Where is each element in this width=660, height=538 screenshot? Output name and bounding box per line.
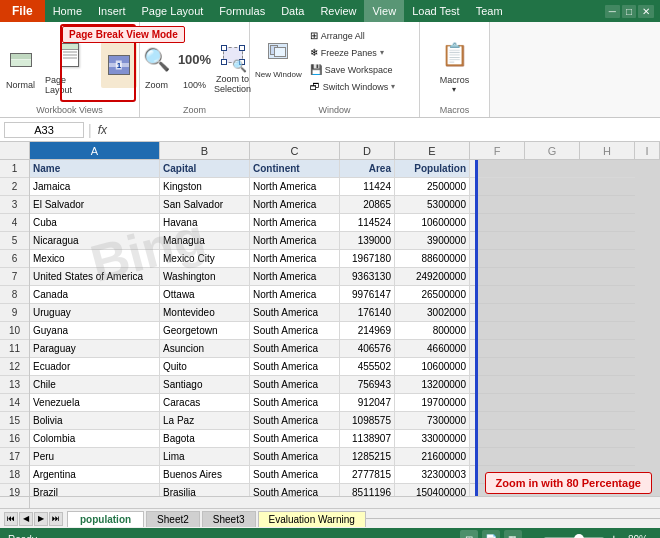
col-header-c[interactable]: C <box>250 142 340 159</box>
cell-e18[interactable]: 32300003 <box>395 466 470 484</box>
cell-a3[interactable]: El Salvador <box>30 196 160 214</box>
row-num-2[interactable]: 2 <box>0 178 29 196</box>
cell-a4[interactable]: Cuba <box>30 214 160 232</box>
switch-windows-dropdown[interactable]: ▾ <box>391 82 395 91</box>
cell-c3[interactable]: North America <box>250 196 340 214</box>
cell-e17[interactable]: 21600000 <box>395 448 470 466</box>
page-layout-status-btn[interactable]: 📄 <box>482 530 500 538</box>
arrange-all-button[interactable]: ⊞ Arrange All <box>307 28 417 43</box>
cell-d2[interactable]: 11424 <box>340 178 395 196</box>
cell-b15[interactable]: La Paz <box>160 412 250 430</box>
cell-c18[interactable]: South America <box>250 466 340 484</box>
cell-e4[interactable]: 10600000 <box>395 214 470 232</box>
sheet-tab-eval-warning[interactable]: Evaluation Warning <box>258 511 366 527</box>
cell-c16[interactable]: South America <box>250 430 340 448</box>
cell-c4[interactable]: North America <box>250 214 340 232</box>
name-box[interactable] <box>4 122 84 138</box>
sheet-nav-next[interactable]: ▶ <box>34 512 48 526</box>
col-header-g[interactable]: G <box>525 142 580 159</box>
cell-d16[interactable]: 1138907 <box>340 430 395 448</box>
cell-c9[interactable]: South America <box>250 304 340 322</box>
page-break-view-button[interactable]: 1 <box>101 42 137 88</box>
cell-b2[interactable]: Kingston <box>160 178 250 196</box>
menu-data[interactable]: Data <box>273 0 312 22</box>
sheet-tab-population[interactable]: population <box>67 511 144 527</box>
h-scrollbar[interactable] <box>0 496 660 508</box>
new-window-button[interactable]: New Window <box>252 28 305 83</box>
sheet-nav-first[interactable]: ⏮ <box>4 512 18 526</box>
sheet-nav-last[interactable]: ⏭ <box>49 512 63 526</box>
cell-c13[interactable]: South America <box>250 376 340 394</box>
formula-input[interactable] <box>113 124 656 136</box>
col-header-d[interactable]: D <box>340 142 395 159</box>
menu-view[interactable]: View <box>364 0 404 22</box>
cell-c19[interactable]: South America <box>250 484 340 496</box>
cell-b19[interactable]: Brasilia <box>160 484 250 496</box>
cell-b4[interactable]: Havana <box>160 214 250 232</box>
row-num-18[interactable]: 18 <box>0 466 29 484</box>
menu-formulas[interactable]: Formulas <box>211 0 273 22</box>
cell-d5[interactable]: 139000 <box>340 232 395 250</box>
cell-d3[interactable]: 20865 <box>340 196 395 214</box>
cell-a8[interactable]: Canada <box>30 286 160 304</box>
save-workspace-button[interactable]: 💾 Save Workspace <box>307 62 417 77</box>
cell-c11[interactable]: South America <box>250 340 340 358</box>
cell-c7[interactable]: North America <box>250 268 340 286</box>
zoom-plus-btn[interactable]: + <box>608 531 620 538</box>
cell-b6[interactable]: Mexico City <box>160 250 250 268</box>
col-header-i[interactable]: I <box>635 142 660 159</box>
cell-c2[interactable]: North America <box>250 178 340 196</box>
cell-b9[interactable]: Montevideo <box>160 304 250 322</box>
normal-view-status-btn[interactable]: ⊞ <box>460 530 478 538</box>
row-num-12[interactable]: 12 <box>0 358 29 376</box>
row-num-16[interactable]: 16 <box>0 430 29 448</box>
cell-c6[interactable]: North America <box>250 250 340 268</box>
cell-c5[interactable]: North America <box>250 232 340 250</box>
cell-e5[interactable]: 3900000 <box>395 232 470 250</box>
row-num-17[interactable]: 17 <box>0 448 29 466</box>
zoom-100-button[interactable]: 100% 100% <box>177 37 213 93</box>
cell-b17[interactable]: Lima <box>160 448 250 466</box>
cell-d10[interactable]: 214969 <box>340 322 395 340</box>
row-num-13[interactable]: 13 <box>0 376 29 394</box>
cell-c14[interactable]: South America <box>250 394 340 412</box>
cell-b3[interactable]: San Salvador <box>160 196 250 214</box>
cell-c8[interactable]: North America <box>250 286 340 304</box>
row-num-3[interactable]: 3 <box>0 196 29 214</box>
zoom-percentage[interactable]: 80% <box>624 534 652 539</box>
cell-a11[interactable]: Paraguay <box>30 340 160 358</box>
cell-c1[interactable]: Continent <box>250 160 340 178</box>
sheet-nav-prev[interactable]: ◀ <box>19 512 33 526</box>
row-num-11[interactable]: 11 <box>0 340 29 358</box>
cell-b5[interactable]: Managua <box>160 232 250 250</box>
col-header-f[interactable]: F <box>470 142 525 159</box>
row-num-10[interactable]: 10 <box>0 322 29 340</box>
cell-d19[interactable]: 8511196 <box>340 484 395 496</box>
cell-e15[interactable]: 7300000 <box>395 412 470 430</box>
menu-review[interactable]: Review <box>312 0 364 22</box>
row-num-8[interactable]: 8 <box>0 286 29 304</box>
freeze-panes-button[interactable]: ❄ Freeze Panes ▾ <box>307 45 417 60</box>
cell-a7[interactable]: United States of America <box>30 268 160 286</box>
cell-e7[interactable]: 249200000 <box>395 268 470 286</box>
cell-e12[interactable]: 10600000 <box>395 358 470 376</box>
cell-d4[interactable]: 114524 <box>340 214 395 232</box>
col-header-e[interactable]: E <box>395 142 470 159</box>
row-num-19[interactable]: 19 <box>0 484 29 496</box>
zoom-button[interactable]: 🔍 Zoom <box>139 37 175 93</box>
row-num-14[interactable]: 14 <box>0 394 29 412</box>
cell-e16[interactable]: 33000000 <box>395 430 470 448</box>
cell-a9[interactable]: Uruguay <box>30 304 160 322</box>
cell-a18[interactable]: Argentina <box>30 466 160 484</box>
cell-e3[interactable]: 5300000 <box>395 196 470 214</box>
cell-b8[interactable]: Ottawa <box>160 286 250 304</box>
cell-d18[interactable]: 2777815 <box>340 466 395 484</box>
zoom-selection-button[interactable]: 🔍 Zoom to Selection <box>215 32 251 98</box>
cell-a2[interactable]: Jamaica <box>30 178 160 196</box>
cell-a16[interactable]: Colombia <box>30 430 160 448</box>
cell-b14[interactable]: Caracas <box>160 394 250 412</box>
cell-b12[interactable]: Quito <box>160 358 250 376</box>
cell-e8[interactable]: 26500000 <box>395 286 470 304</box>
cell-c15[interactable]: South America <box>250 412 340 430</box>
cell-e10[interactable]: 800000 <box>395 322 470 340</box>
